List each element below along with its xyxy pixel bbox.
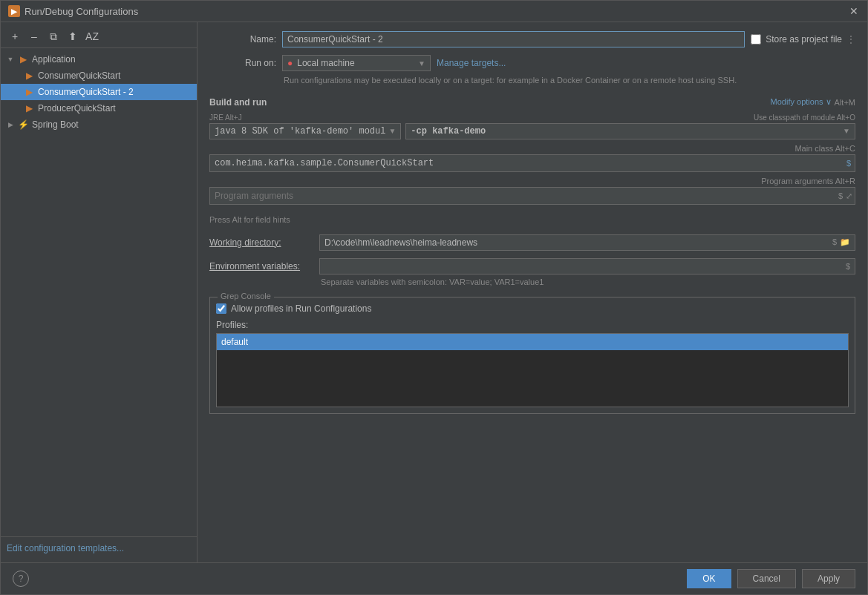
profile-item-default[interactable]: default xyxy=(217,334,848,350)
item-label-2: ConsumerQuickStart - 2 xyxy=(38,87,134,97)
build-run-section-header: Build and run Modify options ∨ Alt+M xyxy=(209,97,855,108)
sidebar: + – ⧉ ⬆ AZ ▼ ▶ Application ▶ Consum xyxy=(1,22,198,562)
env-vars-label-text: Environment variables: xyxy=(209,261,300,272)
prog-expand-icon[interactable]: ⤢ xyxy=(846,191,852,200)
cp-dropdown[interactable]: -cp kafka-demo ▼ xyxy=(405,123,855,139)
name-store-row: Name: Store as project file ⋮ xyxy=(209,31,855,47)
prog-args-row: $ ⤢ xyxy=(209,187,855,205)
jre-hint-text: JRE Alt+J xyxy=(209,114,242,122)
working-dir-label: Working directory: xyxy=(209,237,313,248)
prog-args-hint-text: Program arguments Alt+R xyxy=(209,177,855,185)
class-icon-1: ▶ xyxy=(23,70,35,82)
sidebar-item-application[interactable]: ▼ ▶ Application xyxy=(1,51,197,68)
run-debug-dialog: ▶ Run/Debug Configurations ✕ + – ⧉ ⬆ AZ … xyxy=(0,0,868,595)
run-on-info-text: Run configurations may be executed local… xyxy=(284,74,855,87)
profiles-label: Profiles: xyxy=(216,320,849,330)
help-button[interactable]: ? xyxy=(13,571,29,587)
spring-icon: ⚡ xyxy=(17,119,29,131)
ok-button[interactable]: OK xyxy=(687,569,731,588)
application-group: ▼ ▶ Application ▶ ConsumerQuickStart ▶ C… xyxy=(1,51,197,116)
working-dir-input-wrap: $ 📁 xyxy=(319,234,855,251)
working-dir-icons: $ 📁 xyxy=(832,237,850,247)
sidebar-item-producerquickstart[interactable]: ▶ ProducerQuickStart xyxy=(1,100,197,116)
class-icon-3: ▶ xyxy=(23,102,35,114)
prog-args-input[interactable] xyxy=(209,187,855,205)
working-dir-dollar-icon: $ xyxy=(832,237,837,247)
allow-profiles-label: Allow profiles in Run Configurations xyxy=(231,303,371,314)
expand-arrow-icon: ▼ xyxy=(7,56,14,63)
run-target-icon: ● xyxy=(287,58,293,68)
sdk-dropdown[interactable]: java 8 SDK of 'kafka-demo' modul ▼ xyxy=(209,123,401,139)
allow-profiles-checkbox[interactable] xyxy=(216,303,226,314)
edit-templates-button[interactable]: Edit configuration templates... xyxy=(7,543,124,553)
env-vars-input-wrap: $ xyxy=(319,258,855,275)
sdk-hints-row: JRE Alt+J Use classpath of module Alt+O xyxy=(209,114,855,122)
use-cp-hint-text: Use classpath of module Alt+O xyxy=(754,114,855,122)
prog-args-hint-label: Program arguments Alt+R xyxy=(761,177,855,185)
store-project-menu-icon[interactable]: ⋮ xyxy=(846,34,855,45)
store-project-checkbox[interactable] xyxy=(751,34,761,45)
sidebar-footer: Edit configuration templates... xyxy=(1,536,197,559)
main-class-row: $ xyxy=(209,154,855,172)
item-label-3: ProducerQuickStart xyxy=(38,103,116,114)
config-tree: ▼ ▶ Application ▶ ConsumerQuickStart ▶ C… xyxy=(1,48,197,536)
spring-expand-arrow-icon: ▶ xyxy=(7,121,14,128)
build-run-title: Build and run xyxy=(209,97,267,108)
close-button[interactable]: ✕ xyxy=(848,5,860,17)
run-on-value: Local machine xyxy=(297,58,354,68)
application-label: Application xyxy=(32,54,76,65)
copy-config-button[interactable]: ⧉ xyxy=(45,28,62,45)
name-field-label: Name: xyxy=(209,34,276,45)
run-on-row: Run on: ● Local machine ▼ Manage targets… xyxy=(209,55,855,71)
dialog-title: Run/Debug Configurations xyxy=(25,6,138,17)
sidebar-item-consumquickstart[interactable]: ▶ ConsumerQuickStart xyxy=(1,68,197,84)
env-vars-label: Environment variables: xyxy=(209,261,313,272)
main-class-hint-label: Main class Alt+C xyxy=(794,144,855,153)
working-dir-label-text: Working directory: xyxy=(209,237,281,248)
title-bar-left: ▶ Run/Debug Configurations xyxy=(8,5,138,17)
spring-boot-group: ▶ ⚡ Spring Boot xyxy=(1,116,197,133)
name-input[interactable] xyxy=(282,31,745,47)
modify-options-shortcut: Alt+M xyxy=(835,98,855,107)
sidebar-item-consumquickstart2[interactable]: ▶ ConsumerQuickStart - 2 xyxy=(1,84,197,100)
allow-profiles-row: Allow profiles in Run Configurations xyxy=(216,303,849,314)
env-vars-input[interactable] xyxy=(324,261,846,272)
run-on-label: Run on: xyxy=(209,58,276,68)
cp-value: -cp kafka-demo xyxy=(411,126,486,137)
sidebar-item-springboot[interactable]: ▶ ⚡ Spring Boot xyxy=(1,116,197,133)
main-class-input[interactable] xyxy=(209,154,855,172)
working-dir-folder-icon[interactable]: 📁 xyxy=(840,237,850,247)
sdk-arrow-icon: ▼ xyxy=(388,127,396,135)
grep-console-legend: Grep Console xyxy=(218,292,274,300)
prog-args-icons: $ ⤢ xyxy=(838,191,852,200)
run-on-dropdown[interactable]: ● Local machine ▼ xyxy=(282,55,431,71)
cp-arrow-icon: ▼ xyxy=(843,127,850,135)
main-content: + – ⧉ ⬆ AZ ▼ ▶ Application ▶ Consum xyxy=(1,22,867,562)
main-class-hint-text: Main class Alt+C xyxy=(209,144,855,153)
run-on-arrow-icon: ▼ xyxy=(418,59,425,68)
class-icon-2: ▶ xyxy=(23,86,35,98)
manage-targets-button[interactable]: Manage targets... xyxy=(437,58,506,68)
save-config-button[interactable]: ⬆ xyxy=(65,28,81,45)
working-directory-row: Working directory: $ 📁 xyxy=(209,234,855,251)
sort-config-button[interactable]: AZ xyxy=(84,28,100,45)
add-config-button[interactable]: + xyxy=(7,28,23,45)
prog-dollar-icon: $ xyxy=(838,191,843,200)
env-vars-row: Environment variables: $ xyxy=(209,258,855,275)
press-alt-hint: Press Alt for field hints xyxy=(209,215,855,224)
build-run-area: JRE Alt+J Use classpath of module Alt+O … xyxy=(209,114,855,208)
main-class-dollar-icon: $ xyxy=(846,159,851,168)
working-dir-input[interactable] xyxy=(324,237,829,248)
modify-options-button[interactable]: Modify options ∨ Alt+M xyxy=(771,97,855,107)
sdk-value: java 8 SDK of 'kafka-demo' modul xyxy=(215,126,385,137)
sidebar-toolbar: + – ⧉ ⬆ AZ xyxy=(1,25,197,48)
application-icon: ▶ xyxy=(17,53,29,65)
title-bar: ▶ Run/Debug Configurations ✕ xyxy=(1,1,867,22)
cancel-button[interactable]: Cancel xyxy=(737,569,796,588)
remove-config-button[interactable]: – xyxy=(26,28,42,45)
item-label-1: ConsumerQuickStart xyxy=(38,70,120,81)
store-project-label: Store as project file xyxy=(766,34,842,45)
modify-options-label: Modify options ∨ xyxy=(771,97,832,107)
apply-button[interactable]: Apply xyxy=(802,569,855,588)
spring-boot-label: Spring Boot xyxy=(32,119,79,130)
